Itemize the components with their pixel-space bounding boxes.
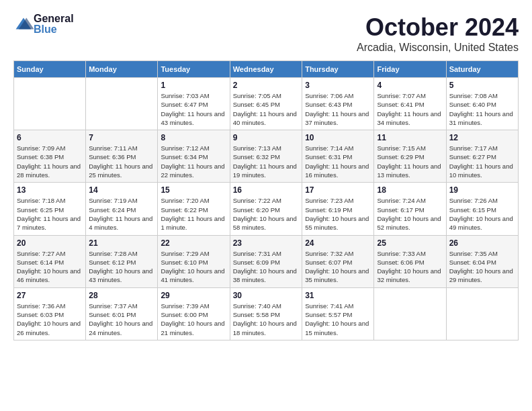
calendar-cell: 26Sunrise: 7:35 AM Sunset: 6:04 PM Dayli… (446, 235, 518, 287)
day-info: Sunrise: 7:18 AM Sunset: 6:25 PM Dayligh… (17, 196, 83, 232)
day-info: Sunrise: 7:12 AM Sunset: 6:34 PM Dayligh… (161, 144, 226, 179)
day-number: 22 (161, 238, 226, 248)
calendar-cell: 27Sunrise: 7:36 AM Sunset: 6:03 PM Dayli… (14, 287, 86, 340)
day-number: 20 (17, 238, 83, 248)
day-info: Sunrise: 7:37 AM Sunset: 6:01 PM Dayligh… (89, 302, 154, 337)
day-info: Sunrise: 7:27 AM Sunset: 6:14 PM Dayligh… (17, 249, 83, 285)
calendar-cell: 21Sunrise: 7:28 AM Sunset: 6:12 PM Dayli… (86, 235, 158, 287)
day-number: 10 (305, 133, 371, 142)
calendar-cell: 17Sunrise: 7:23 AM Sunset: 6:19 PM Dayli… (302, 183, 374, 235)
day-info: Sunrise: 7:24 AM Sunset: 6:17 PM Dayligh… (377, 196, 443, 232)
day-number: 5 (449, 81, 515, 90)
day-number: 29 (161, 291, 226, 300)
calendar-cell: 5Sunrise: 7:08 AM Sunset: 6:40 PM Daylig… (446, 78, 518, 130)
logo: General Blue (13, 13, 74, 35)
calendar-cell: 14Sunrise: 7:19 AM Sunset: 6:24 PM Dayli… (86, 183, 158, 235)
day-info: Sunrise: 7:15 AM Sunset: 6:29 PM Dayligh… (377, 144, 443, 179)
day-number: 9 (233, 133, 299, 142)
calendar-cell: 20Sunrise: 7:27 AM Sunset: 6:14 PM Dayli… (14, 235, 86, 287)
calendar-cell: 15Sunrise: 7:20 AM Sunset: 6:22 PM Dayli… (158, 183, 230, 235)
calendar-cell: 24Sunrise: 7:32 AM Sunset: 6:07 PM Dayli… (302, 235, 374, 287)
calendar-cell: 3Sunrise: 7:06 AM Sunset: 6:43 PM Daylig… (302, 78, 374, 130)
day-info: Sunrise: 7:03 AM Sunset: 6:47 PM Dayligh… (161, 91, 226, 127)
day-info: Sunrise: 7:20 AM Sunset: 6:22 PM Dayligh… (161, 196, 226, 232)
weekday-header-row: Sunday Monday Tuesday Wednesday Thursday… (14, 61, 519, 78)
day-number: 24 (305, 238, 371, 248)
calendar-cell: 4Sunrise: 7:07 AM Sunset: 6:41 PM Daylig… (374, 78, 446, 130)
day-number: 28 (89, 291, 154, 300)
calendar-cell: 31Sunrise: 7:41 AM Sunset: 5:57 PM Dayli… (302, 287, 374, 340)
day-number: 11 (377, 133, 443, 142)
header-wednesday: Wednesday (230, 61, 302, 78)
calendar-cell: 9Sunrise: 7:13 AM Sunset: 6:32 PM Daylig… (230, 130, 302, 183)
day-number: 23 (233, 238, 299, 248)
title-section: October 2024 Arcadia, Wisconsin, United … (357, 13, 519, 54)
day-number: 6 (17, 133, 83, 142)
day-number: 15 (161, 185, 226, 195)
day-info: Sunrise: 7:32 AM Sunset: 6:07 PM Dayligh… (305, 249, 371, 285)
day-number: 7 (89, 133, 154, 142)
day-info: Sunrise: 7:28 AM Sunset: 6:12 PM Dayligh… (89, 249, 154, 285)
header: General Blue October 2024 Arcadia, Wisco… (13, 13, 519, 54)
logo-blue: Blue (34, 24, 74, 35)
calendar-cell: 16Sunrise: 7:22 AM Sunset: 6:20 PM Dayli… (230, 183, 302, 235)
calendar-week-4: 27Sunrise: 7:36 AM Sunset: 6:03 PM Dayli… (14, 287, 519, 340)
day-number: 26 (449, 238, 515, 248)
calendar-cell: 8Sunrise: 7:12 AM Sunset: 6:34 PM Daylig… (158, 130, 230, 183)
location-title: Arcadia, Wisconsin, United States (357, 42, 519, 54)
calendar-week-1: 6Sunrise: 7:09 AM Sunset: 6:38 PM Daylig… (14, 130, 519, 183)
calendar-cell: 18Sunrise: 7:24 AM Sunset: 6:17 PM Dayli… (374, 183, 446, 235)
calendar-cell: 22Sunrise: 7:29 AM Sunset: 6:10 PM Dayli… (158, 235, 230, 287)
day-number: 21 (89, 238, 154, 248)
day-info: Sunrise: 7:09 AM Sunset: 6:38 PM Dayligh… (17, 144, 83, 179)
month-title: October 2024 (357, 13, 519, 42)
day-info: Sunrise: 7:22 AM Sunset: 6:20 PM Dayligh… (233, 196, 299, 232)
day-info: Sunrise: 7:31 AM Sunset: 6:09 PM Dayligh… (233, 249, 299, 285)
day-info: Sunrise: 7:26 AM Sunset: 6:15 PM Dayligh… (449, 196, 515, 232)
calendar-cell: 6Sunrise: 7:09 AM Sunset: 6:38 PM Daylig… (14, 130, 86, 183)
calendar-cell: 2Sunrise: 7:05 AM Sunset: 6:45 PM Daylig… (230, 78, 302, 130)
calendar-cell: 13Sunrise: 7:18 AM Sunset: 6:25 PM Dayli… (14, 183, 86, 235)
header-sunday: Sunday (14, 61, 86, 78)
calendar-cell (446, 287, 518, 340)
day-info: Sunrise: 7:13 AM Sunset: 6:32 PM Dayligh… (233, 144, 299, 179)
calendar-cell: 11Sunrise: 7:15 AM Sunset: 6:29 PM Dayli… (374, 130, 446, 183)
day-number: 30 (233, 291, 299, 300)
header-monday: Monday (86, 61, 158, 78)
calendar-week-0: 1Sunrise: 7:03 AM Sunset: 6:47 PM Daylig… (14, 78, 519, 130)
calendar: Sunday Monday Tuesday Wednesday Thursday… (13, 60, 519, 340)
day-info: Sunrise: 7:35 AM Sunset: 6:04 PM Dayligh… (449, 249, 515, 285)
calendar-cell: 30Sunrise: 7:40 AM Sunset: 5:58 PM Dayli… (230, 287, 302, 340)
calendar-cell: 28Sunrise: 7:37 AM Sunset: 6:01 PM Dayli… (86, 287, 158, 340)
calendar-cell (86, 78, 158, 130)
day-number: 3 (305, 81, 371, 90)
calendar-cell: 1Sunrise: 7:03 AM Sunset: 6:47 PM Daylig… (158, 78, 230, 130)
logo-general: General (34, 13, 74, 24)
day-info: Sunrise: 7:08 AM Sunset: 6:40 PM Dayligh… (449, 91, 515, 127)
header-tuesday: Tuesday (158, 61, 230, 78)
day-info: Sunrise: 7:11 AM Sunset: 6:36 PM Dayligh… (89, 144, 154, 179)
day-number: 12 (449, 133, 515, 142)
calendar-cell: 19Sunrise: 7:26 AM Sunset: 6:15 PM Dayli… (446, 183, 518, 235)
day-number: 16 (233, 185, 299, 195)
day-info: Sunrise: 7:07 AM Sunset: 6:41 PM Dayligh… (377, 91, 443, 127)
calendar-cell: 23Sunrise: 7:31 AM Sunset: 6:09 PM Dayli… (230, 235, 302, 287)
calendar-cell: 7Sunrise: 7:11 AM Sunset: 6:36 PM Daylig… (86, 130, 158, 183)
day-number: 1 (161, 81, 226, 90)
day-info: Sunrise: 7:40 AM Sunset: 5:58 PM Dayligh… (233, 302, 299, 337)
logo-icon (13, 17, 34, 30)
day-number: 18 (377, 185, 443, 195)
day-info: Sunrise: 7:39 AM Sunset: 6:00 PM Dayligh… (161, 302, 226, 337)
calendar-cell: 25Sunrise: 7:33 AM Sunset: 6:06 PM Dayli… (374, 235, 446, 287)
day-info: Sunrise: 7:06 AM Sunset: 6:43 PM Dayligh… (305, 91, 371, 127)
header-friday: Friday (374, 61, 446, 78)
day-number: 8 (161, 133, 226, 142)
calendar-cell (14, 78, 86, 130)
calendar-cell (374, 287, 446, 340)
day-number: 19 (449, 185, 515, 195)
day-number: 2 (233, 81, 299, 90)
day-info: Sunrise: 7:36 AM Sunset: 6:03 PM Dayligh… (17, 302, 83, 337)
day-number: 25 (377, 238, 443, 248)
day-info: Sunrise: 7:29 AM Sunset: 6:10 PM Dayligh… (161, 249, 226, 285)
day-number: 17 (305, 185, 371, 195)
